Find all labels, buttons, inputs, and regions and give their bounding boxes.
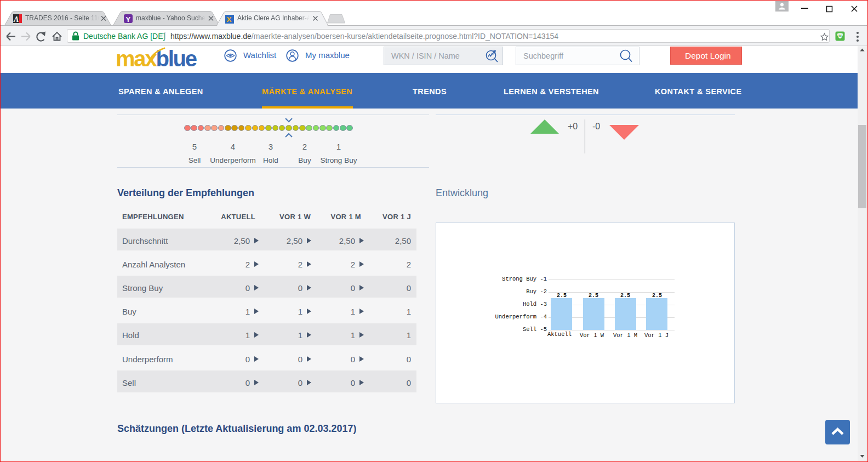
svg-text:X: X <box>227 15 232 24</box>
svg-text:Y: Y <box>126 15 131 24</box>
svg-text:M: M <box>838 34 842 38</box>
svg-text:A: A <box>13 15 19 24</box>
